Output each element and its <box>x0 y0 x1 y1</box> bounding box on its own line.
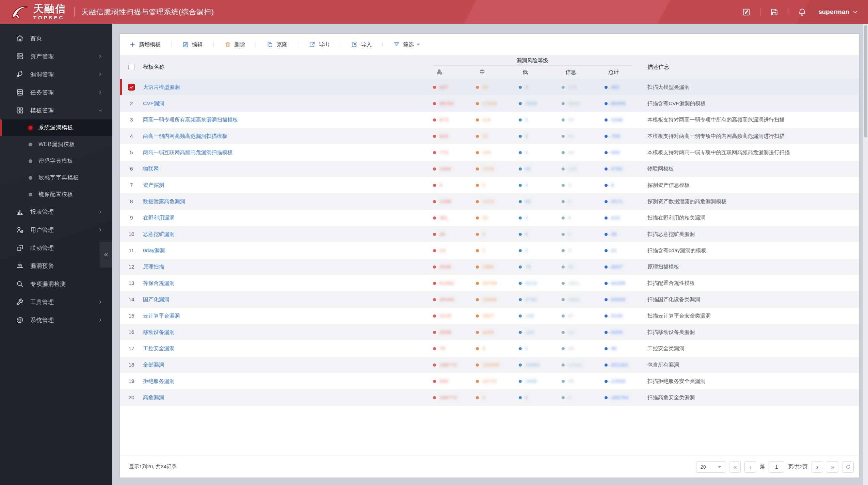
page-size-select[interactable]: 20 <box>696 461 725 473</box>
select-all-checkbox[interactable] <box>128 64 134 70</box>
table-row[interactable]: 20高危漏洞186772363186784扫描高危安全类漏洞 <box>120 389 859 406</box>
table-row[interactable]: 13等保合规漏洞61452207989214282194285扫描配置合规性模板 <box>120 275 859 291</box>
table-row[interactable]: 大语言模型漏洞337253126491扫描大模型类漏洞 <box>120 79 859 95</box>
table-row[interactable]: 5两高一弱互联网高频高危漏洞扫描模板773100354930本模板支持对两高一弱… <box>120 144 859 161</box>
template-name-link[interactable]: 在野利用漏洞 <box>143 215 175 221</box>
delete-button[interactable]: 删除 <box>224 41 245 48</box>
edit-note-icon[interactable] <box>742 7 751 17</box>
table-row[interactable]: 14国产化漏洞26166240902742193254930扫描国产化设备类漏洞 <box>120 291 859 308</box>
template-name-link[interactable]: 云计算平台漏洞 <box>143 313 180 319</box>
table-row[interactable]: 110day漏洞1323321扫描含有0day漏洞的模板 <box>120 242 859 259</box>
sidebar-item-vuln-management[interactable]: 漏洞管理 <box>0 65 112 83</box>
template-name-link[interactable]: 两高一弱互联网高频高危漏洞扫描模板 <box>143 149 233 155</box>
sidebar-subitem-system-vuln-template[interactable]: 系统漏洞模板 <box>0 119 112 136</box>
user-name: superman <box>818 8 849 16</box>
table-row[interactable]: 18全部漏洞1867721830951945212042401361包含所有漏洞 <box>120 357 859 373</box>
table-header: 模板名称 漏洞风险等级 高中低信息总计 描述信息 <box>120 55 859 79</box>
import-button[interactable]: 导入 <box>351 41 372 48</box>
template-name-cell: 两高一弱专项所有高频高危漏洞扫描模板 <box>143 116 433 124</box>
table-row[interactable]: 17工控安全漏洞70831596工控安全类漏洞 <box>120 340 859 357</box>
sidebar-subitem-sensitive-word-dict-template[interactable]: 敏感字字典模板 <box>0 169 112 186</box>
risk-dot-mid <box>476 298 479 301</box>
add-template-button[interactable]: 新增模板 <box>129 41 161 48</box>
export-button[interactable]: 导出 <box>309 41 329 48</box>
risk-dot-total <box>605 135 608 138</box>
risk-dot-high <box>433 118 436 122</box>
page-scrollbar[interactable] <box>863 24 868 485</box>
table-row[interactable]: 19拒绝服务漏洞9301872229683522655扫描拒绝服务安全类漏洞 <box>120 373 859 389</box>
sidebar-item-special-vuln-detect[interactable]: 专项漏洞检测 <box>0 275 112 293</box>
template-name-link[interactable]: 工控安全漏洞 <box>143 345 175 351</box>
risk-cell-info: 67 <box>562 313 605 319</box>
sidebar-collapse-button[interactable]: « <box>100 242 112 268</box>
risk-dot-info <box>562 380 565 383</box>
clone-icon <box>267 41 273 48</box>
edit-button[interactable]: 编辑 <box>182 41 203 48</box>
risk-dot-mid <box>476 347 479 350</box>
table-row[interactable]: 3两高一弱专项所有高频高危漏洞扫描模板8731183541048本模板支持对两高… <box>120 112 859 128</box>
template-name-link[interactable]: 等保合规漏洞 <box>143 280 175 286</box>
template-name-link[interactable]: 物联网 <box>143 166 159 172</box>
page-number-input[interactable] <box>769 461 784 473</box>
table-row[interactable]: 8数据泄露高危漏洞128812156532571探测资产数据泄露的高危漏洞模板 <box>120 193 859 210</box>
table-row[interactable]: 2CVE漏洞58762176047046304386455扫描含有CVE漏洞的模… <box>120 95 859 112</box>
refresh-button[interactable] <box>842 461 854 473</box>
sidebar-item-report-management[interactable]: 报表管理 <box>0 203 112 221</box>
bell-icon[interactable] <box>798 7 807 17</box>
user-menu[interactable]: superman <box>818 8 858 16</box>
table-row[interactable]: 6物联网14641316921302782物联网模板 <box>120 161 859 177</box>
template-name-link[interactable]: 0day漏洞 <box>143 247 165 253</box>
template-name-link[interactable]: 高危漏洞 <box>143 394 164 400</box>
template-name-link[interactable]: 拒绝服务漏洞 <box>143 378 175 384</box>
risk-cell-info: 41 <box>562 133 605 139</box>
template-name-link[interactable]: CVE漏洞 <box>143 100 164 106</box>
sidebar-subitem-password-dict-template[interactable]: 密码字典模板 <box>0 153 112 169</box>
template-name-link[interactable]: 大语言模型漏洞 <box>143 84 180 90</box>
sidebar-item-system-management[interactable]: 系统管理 <box>0 311 112 329</box>
table-row[interactable]: 12原理扫描2545198676504657原理扫描模板 <box>120 259 859 275</box>
sidebar-item-home[interactable]: 首页 <box>0 29 112 47</box>
table-row[interactable]: 4两高一弱内网高频高危漏洞扫描模板64322341709本模板支持对两高一弱专项… <box>120 128 859 144</box>
template-name-link[interactable]: 恶意挖矿漏洞 <box>143 231 175 237</box>
table-row[interactable]: 15云计算平台漏洞21252907146675245扫描云计算平台安全类漏洞 <box>120 308 859 324</box>
sidebar-item-asset-management[interactable]: 资产管理 <box>0 47 112 65</box>
last-page-button[interactable]: » <box>827 461 838 473</box>
next-page-button[interactable]: › <box>811 461 823 473</box>
row-checkbox-checked[interactable] <box>128 84 135 91</box>
logo-cn: 天融信 <box>33 4 66 14</box>
sidebar-item-task-management[interactable]: 任务管理 <box>0 83 112 101</box>
sidebar-item-vuln-alert[interactable]: 漏洞预警 <box>0 257 112 275</box>
template-name-link[interactable]: 资产探测 <box>143 182 164 188</box>
filter-button[interactable]: 筛选 <box>393 41 420 48</box>
sidebar-subitem-web-vuln-template[interactable]: WEB漏洞模板 <box>0 136 112 153</box>
template-name-link[interactable]: 两高一弱内网高频高危漏洞扫描模板 <box>143 133 227 139</box>
risk-dot-mid <box>476 118 479 122</box>
risk-cell-info: 15 <box>562 346 605 351</box>
table-row[interactable]: 10恶意挖矿漏洞2636338扫描恶意挖矿类漏洞 <box>120 226 859 242</box>
scrollbar-thumb[interactable] <box>864 25 867 138</box>
save-icon[interactable] <box>770 7 779 17</box>
template-name-link[interactable]: 原理扫描 <box>143 264 164 270</box>
template-name-link[interactable]: 全部漏洞 <box>143 362 164 368</box>
sidebar-item-tool-management[interactable]: 工具管理 <box>0 293 112 311</box>
sidebar-subitem-image-config-template[interactable]: 镜像配置模板 <box>0 186 112 203</box>
table-row[interactable]: 9在野利用漏洞3812036410扫描在野利用的相关漏洞 <box>120 210 859 226</box>
template-name-link[interactable]: 移动设备漏洞 <box>143 329 175 335</box>
row-index-cell: 19 <box>120 378 143 384</box>
risk-value-mid: 17604 <box>482 101 497 106</box>
risk-cell-high: 186772 <box>433 395 476 400</box>
prev-page-button[interactable]: ‹ <box>744 461 756 473</box>
template-name-link[interactable]: 国产化漏洞 <box>143 296 170 302</box>
sidebar-item-user-management[interactable]: 用户管理 <box>0 221 112 239</box>
template-name-link[interactable]: 两高一弱专项所有高频高危漏洞扫描模板 <box>143 117 238 123</box>
clone-button[interactable]: 克隆 <box>267 41 287 48</box>
table-row[interactable]: 7资产探测02439探测资产信息模板 <box>120 177 859 193</box>
filter-icon <box>393 41 400 48</box>
sidebar-item-linkage-management[interactable]: 联动管理 <box>0 239 112 257</box>
template-name-link[interactable]: 数据泄露高危漏洞 <box>143 198 185 204</box>
risk-dot-low <box>519 363 522 367</box>
first-page-button[interactable]: « <box>729 461 741 473</box>
risk-dot-total <box>605 298 608 301</box>
sidebar-item-template-management[interactable]: 模板管理 <box>0 101 112 119</box>
table-row[interactable]: 16移动设备漏洞20583266122135459扫描移动设备类漏洞 <box>120 324 859 340</box>
